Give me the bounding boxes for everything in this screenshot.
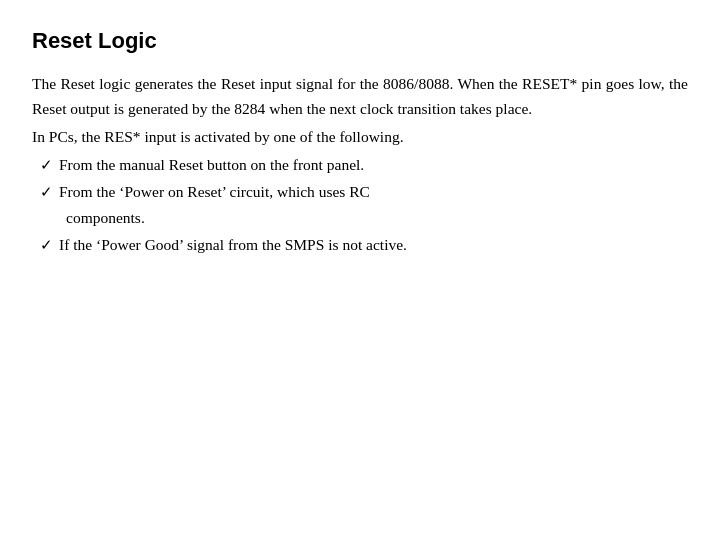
- body-content: The Reset logic generates the Reset inpu…: [32, 72, 688, 257]
- page: Reset Logic The Reset logic generates th…: [0, 0, 720, 540]
- checkmark-2: ✓: [40, 181, 53, 205]
- list-item-2-continuation: components.: [32, 206, 688, 230]
- list-item-2: ✓ From the ‘Power on Reset’ circuit, whi…: [32, 180, 688, 205]
- main-paragraph-text: The Reset logic generates the Reset inpu…: [32, 75, 688, 116]
- list-section: In PCs, the RES* input is activated by o…: [32, 125, 688, 257]
- checkmark-3: ✓: [40, 234, 53, 258]
- list-item-3-text: If the ‘Power Good’ signal from the SMPS…: [59, 233, 688, 257]
- list-intro-text: In PCs, the RES* input is activated by o…: [32, 128, 404, 145]
- list-item-1-text: From the manual Reset button on the fron…: [59, 153, 688, 177]
- list-item-2-continuation-text: components.: [66, 209, 145, 226]
- list-intro: In PCs, the RES* input is activated by o…: [32, 125, 688, 149]
- list-item-2-text: From the ‘Power on Reset’ circuit, which…: [59, 180, 688, 204]
- list-item-3: ✓ If the ‘Power Good’ signal from the SM…: [32, 233, 688, 258]
- page-title: Reset Logic: [32, 28, 688, 54]
- checkmark-1: ✓: [40, 154, 53, 178]
- main-paragraph: The Reset logic generates the Reset inpu…: [32, 72, 688, 121]
- list-item-1: ✓ From the manual Reset button on the fr…: [32, 153, 688, 178]
